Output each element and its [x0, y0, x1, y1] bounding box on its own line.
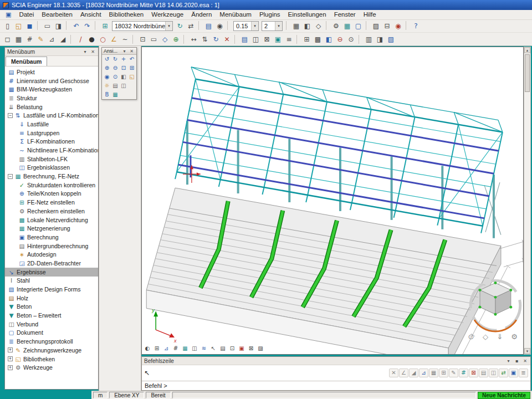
list-icon[interactable]: ≣	[519, 369, 528, 377]
layers-icon[interactable]: ▤	[218, 344, 227, 352]
tree-item[interactable]: − ▦ Berechnung, FE-Netz	[5, 172, 98, 181]
rotate-right-icon[interactable]: ↻	[111, 55, 119, 63]
child-window-icon[interactable]: ▣	[2, 10, 15, 19]
rows-icon[interactable]: ▥	[364, 34, 374, 44]
new-messages-button[interactable]: Neue Nachrichte	[478, 392, 530, 399]
save-icon[interactable]: ◼	[24, 21, 35, 31]
redo-icon[interactable]: ↷	[82, 21, 93, 31]
print-area-icon[interactable]: ▨	[256, 344, 265, 352]
node-icon[interactable]: ●	[86, 34, 97, 44]
light-icon[interactable]: ☼	[103, 82, 111, 90]
copy-view-icon[interactable]: ◫	[120, 82, 127, 90]
new-icon[interactable]: ▯	[2, 21, 13, 31]
gear-icon[interactable]: ⚙	[331, 21, 341, 31]
activity-icon[interactable]: ▦	[291, 21, 301, 31]
tree-item[interactable]: ≣ Struktur	[5, 94, 98, 103]
grid-icon[interactable]: ⊞	[439, 369, 448, 377]
tree-item[interactable]: + ✎ Zeichnungswerkzeuge	[5, 346, 98, 355]
stretch-icon[interactable]: ⇅	[200, 34, 210, 44]
fill-icon[interactable]: ▣	[509, 369, 518, 377]
copy-image-icon[interactable]: ◨	[53, 21, 64, 31]
project-combobox[interactable]: 18032 Nordtribüne ▾	[112, 21, 173, 31]
tree-item[interactable]: ≡ Lastgruppen	[5, 129, 98, 137]
line-icon[interactable]: /	[75, 34, 86, 44]
tree-item[interactable]: ▢ Dokument	[5, 329, 98, 337]
menu-bearbeiten[interactable]: Bearbeiten	[38, 10, 76, 19]
tree-panel-header[interactable]: Menübaum ▾ ✕	[5, 48, 98, 56]
copy-icon[interactable]: ◫	[250, 34, 261, 44]
menu-menuebaum[interactable]: Menübaum	[216, 10, 255, 19]
tree-expander-icon[interactable]: +	[8, 365, 13, 370]
tree-item[interactable]: Σ LF-Kombinationen	[5, 137, 98, 146]
pan-icon[interactable]: +	[120, 55, 127, 63]
tab-menuebaum[interactable]: Menübaum	[6, 57, 47, 66]
model-viewport[interactable]: y x ⊙◇⇓⚙ ◐⊞⊿#▦◫≋↖	[141, 47, 524, 355]
tree-item[interactable]: + ◱ Bibliotheken	[5, 355, 98, 364]
deform-icon[interactable]: ≋	[200, 344, 208, 352]
subtract-icon[interactable]: ⊖	[335, 34, 345, 44]
visibility-icon[interactable]: ◉	[214, 21, 225, 31]
viewport-scrollbar[interactable]: ▲ ▼	[524, 47, 531, 355]
scroll-up-icon[interactable]: ▲	[524, 47, 530, 53]
render-mode-icon[interactable]: ◐	[143, 344, 152, 352]
zoom-selection-icon[interactable]: ⊙	[111, 73, 119, 81]
background-icon[interactable]: B	[103, 91, 111, 99]
tree-item[interactable]: ⊕ Teile/Knoten koppeln	[5, 190, 98, 198]
view-palette[interactable]: Ansi... ▾ ✕ ↺↻+↶ ⊕⊖⊡⊞ ◉⊙◧◱ ☼▤◫ B▦	[101, 47, 137, 100]
refresh-icon[interactable]: ↻	[175, 21, 185, 31]
image-icon[interactable]: ▤	[111, 82, 119, 90]
clipbox-icon[interactable]: ⊠	[262, 34, 272, 44]
zoom-icon[interactable]: ⊙	[467, 332, 475, 341]
copy-icon[interactable]: ◫	[489, 369, 498, 377]
tree-item[interactable]: ▤ Hintergrundberechnung	[5, 242, 98, 250]
list-icon[interactable]: ≡	[284, 34, 294, 44]
close-command-icon[interactable]: ✕	[389, 369, 398, 377]
clip-box-icon[interactable]: ⊠	[247, 344, 255, 352]
fill-icon[interactable]: ▧	[386, 34, 396, 44]
undo-icon[interactable]: ↶	[71, 21, 81, 31]
tree-item[interactable]: ∗ Autodesign	[5, 250, 98, 259]
draw-icon[interactable]: ✎	[35, 34, 46, 44]
clip-icon[interactable]: ◧	[302, 21, 313, 31]
tree-item[interactable]: ▩ Lokale Netzverdichtung	[5, 216, 98, 224]
delete-icon[interactable]: ✕	[222, 34, 232, 44]
close-icon[interactable]: ✕	[90, 49, 96, 54]
mesh-icon[interactable]: ▦	[429, 369, 438, 377]
select-icon[interactable]: ◻	[2, 34, 13, 44]
diamond-icon[interactable]: ◇	[160, 34, 170, 44]
document-icon[interactable]: ▢	[353, 21, 364, 31]
tree-item[interactable]: − ⇅ Lastfälle und LF-Kombinationen	[5, 111, 98, 120]
chevron-down-icon[interactable]: ▾	[275, 22, 282, 30]
help-icon[interactable]: ?	[411, 21, 421, 31]
tree-item[interactable]: ↘ Ergebnisse	[5, 268, 98, 277]
triangle-icon[interactable]: ◢	[409, 369, 418, 377]
zoom-corner-icon[interactable]: ↖	[209, 344, 218, 352]
layers-icon[interactable]: ▤	[479, 369, 488, 377]
menu-aendern[interactable]: Ändern	[187, 10, 216, 19]
zoom-previous-icon[interactable]: ◉	[103, 73, 111, 81]
table-icon[interactable]: ▦	[342, 21, 352, 31]
tree-item[interactable]: ▦ BIM-Werkzeugkasten	[5, 85, 98, 94]
unit-field[interactable]: m	[93, 392, 108, 398]
slope-icon[interactable]: ⊿	[419, 369, 428, 377]
chevron-down-icon[interactable]: ▾	[165, 22, 172, 30]
tree-item[interactable]: ⇓ Lastfälle	[5, 120, 98, 129]
chevron-down-icon[interactable]: ▾	[251, 22, 258, 30]
plane-field[interactable]: Ebene XY	[109, 392, 144, 398]
anchor-icon[interactable]: ⇓	[495, 332, 504, 341]
command-input[interactable]: Befehl >	[142, 381, 530, 390]
tree-item[interactable]: ▼ Beton	[5, 303, 98, 311]
split-icon[interactable]: ◨	[375, 34, 385, 44]
calculator-icon[interactable]: ⊞	[100, 21, 110, 31]
menu-fenster[interactable]: Fenster	[330, 10, 360, 19]
tree-item[interactable]: ◫ Verbund	[5, 320, 98, 329]
tree-item[interactable]: + ⚙ Werkzeuge	[5, 363, 98, 372]
count-combobox[interactable]: 2 ▾	[262, 21, 283, 31]
circle-icon[interactable]: ○	[98, 34, 108, 44]
mesh-icon[interactable]: ▦	[181, 344, 190, 352]
scroll-thumb[interactable]	[525, 54, 530, 92]
tree-item[interactable]: # Linienraster und Geschosse	[5, 76, 98, 85]
zoom-all-icon[interactable]: ⊞	[128, 64, 136, 72]
edit-icon[interactable]: ✎	[449, 369, 458, 377]
collapse-icon[interactable]: ⊟	[382, 21, 392, 31]
